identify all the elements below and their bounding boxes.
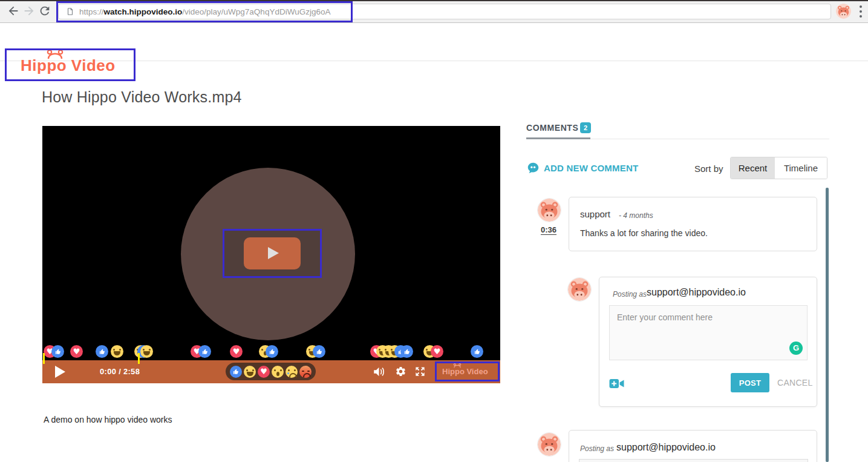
comments-scrollbar[interactable] (826, 188, 829, 462)
annotation-box-watermark (435, 361, 500, 381)
comment-input[interactable] (609, 305, 808, 360)
volume-icon[interactable] (371, 365, 387, 378)
reaction-thumb-icon (51, 345, 64, 358)
comment-timeline-marker[interactable] (43, 353, 45, 364)
browser-chrome: https://watch.hippovideo.io/video/play/u… (0, 0, 868, 23)
cancel-button[interactable]: CANCEL (777, 378, 813, 388)
browser-profile-avatar[interactable] (836, 4, 851, 19)
sort-by-label: Sort by (694, 163, 723, 174)
add-video-comment-icon[interactable] (609, 378, 624, 389)
reaction-thumb-icon[interactable] (230, 366, 242, 378)
current-user-avatar (537, 432, 561, 457)
comment-timeline-marker[interactable] (138, 353, 140, 364)
second-comment-form: Posting as support@hippovideo.io (569, 430, 817, 462)
new-comment-form: Posting as support@hippovideo.io G POST … (599, 277, 817, 407)
comment-bubble-icon (527, 162, 540, 174)
current-user-avatar (567, 277, 592, 302)
timeline-reaction-group: ♥ (44, 345, 64, 358)
reaction-thumb-icon (266, 345, 278, 358)
sort-timeline-button[interactable]: Timeline (775, 157, 827, 179)
player-control-bar: 0:00 / 2:58 ♥ Hippo Video (42, 360, 500, 383)
reaction-thumb-icon (313, 345, 325, 358)
timeline-reaction-group (134, 345, 153, 358)
timeline-reaction-group: ♥ (70, 345, 83, 358)
comment-time-ago: - 4 months (619, 211, 653, 220)
reaction-thumb-icon (198, 345, 211, 358)
sort-recent-button[interactable]: Recent (731, 157, 775, 179)
forward-icon[interactable] (22, 4, 36, 18)
video-title: How Hippo Video Works.mp4 (42, 88, 242, 106)
posting-as-email: support@hippovideo.io (616, 442, 716, 453)
posting-as-label: Posting as (613, 290, 647, 299)
add-new-comment-button[interactable]: ADD NEW COMMENT (527, 162, 638, 174)
video-description: A demo on how hippo video works (44, 415, 172, 424)
browser-menu-icon[interactable] (860, 5, 862, 20)
sort-button-group: Recent Timeline (730, 157, 827, 179)
reaction-angry-icon[interactable] (299, 366, 312, 378)
comment-card: support - 4 months Thanks a lot for shar… (569, 197, 817, 251)
reaction-laugh-icon (140, 345, 153, 358)
posting-as-email: support@hippovideo.io (647, 287, 746, 298)
hippo-avatar-icon (568, 278, 591, 301)
annotation-box-play (223, 229, 322, 278)
reaction-sad-icon[interactable] (286, 366, 298, 378)
timeline-reactions-row: ♥♥♥♥♥♥ (42, 345, 500, 358)
hippo-avatar-icon (538, 433, 561, 456)
reaction-picker-pill: ♥ (226, 363, 316, 380)
controlbar-play-icon[interactable] (55, 366, 65, 378)
reaction-heart-icon: ♥ (431, 345, 443, 358)
time-display: 0:00 / 2:58 (100, 360, 140, 383)
commenter-avatar (537, 198, 561, 222)
settings-gear-icon[interactable] (395, 366, 406, 377)
timeline-reaction-group (306, 345, 325, 358)
site-header: Hippo Video (0, 23, 868, 61)
fullscreen-icon[interactable] (414, 366, 426, 377)
hippo-avatar-icon (538, 199, 561, 222)
reaction-thumb-icon (96, 345, 108, 358)
timeline-reaction-group (96, 345, 123, 358)
add-new-comment-label: ADD NEW COMMENT (544, 163, 638, 173)
video-player: ♥♥♥♥♥♥ 0:00 / 2:58 ♥ Hippo Video (42, 126, 500, 383)
annotation-box-url (56, 1, 353, 22)
comment-text: Thanks a lot for sharing the video. (580, 228, 708, 238)
timeline-reaction-group: ♥ (191, 345, 211, 358)
refresh-icon[interactable] (38, 4, 51, 18)
reaction-heart-icon: ♥ (230, 345, 243, 358)
timeline-reaction-group: ♥ (370, 345, 413, 358)
posting-as-label: Posting as (580, 444, 614, 453)
timeline-reaction-group: ♥ (230, 345, 243, 358)
reaction-thumb-icon (471, 345, 483, 358)
reaction-heart-icon[interactable]: ♥ (258, 366, 270, 378)
comment-author: support (580, 209, 610, 219)
comments-count-badge: 2 (580, 122, 591, 133)
reaction-laugh-icon (111, 345, 123, 358)
hippo-avatar-icon (836, 4, 851, 19)
browser-window: https://watch.hippovideo.io/video/play/u… (0, 0, 868, 462)
timeline-reaction-group (259, 345, 278, 358)
timeline-reaction-group: ♥ (423, 345, 443, 358)
comments-tab-underline (526, 137, 590, 139)
grammarly-icon[interactable]: G (789, 342, 803, 355)
video-surface[interactable]: ♥♥♥♥♥♥ (42, 126, 500, 360)
comments-tab[interactable]: COMMENTS (526, 123, 578, 133)
back-icon[interactable] (7, 4, 20, 18)
reaction-thumb-icon (400, 345, 413, 358)
comment-input[interactable] (579, 459, 808, 462)
reaction-laugh-icon[interactable] (244, 366, 256, 378)
reaction-wow-icon[interactable] (272, 366, 284, 378)
post-button[interactable]: POST (731, 373, 769, 392)
timeline-reaction-group (471, 345, 483, 358)
reaction-heart-icon: ♥ (70, 345, 83, 358)
annotation-box-logo (5, 48, 135, 81)
comment-timestamp-link[interactable]: 0:36 (541, 225, 556, 235)
